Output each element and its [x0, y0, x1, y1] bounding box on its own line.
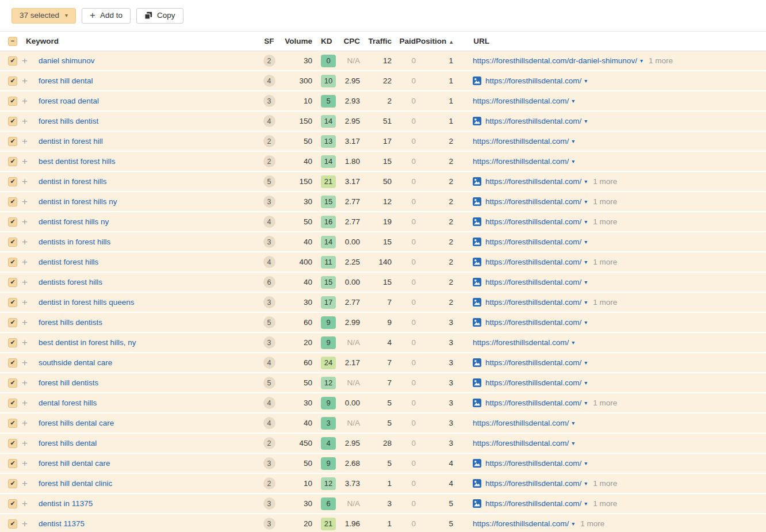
select-all-checkbox[interactable]: −	[8, 37, 17, 46]
keyword-link[interactable]: forest hills dentists	[39, 318, 102, 327]
row-checkbox[interactable]: ✔	[8, 278, 17, 287]
row-checkbox[interactable]: ✔	[8, 217, 17, 227]
keyword-link[interactable]: dentist 11375	[39, 519, 85, 528]
url-link[interactable]: https://foresthillsdental.com/	[473, 419, 569, 427]
serp-features-badge[interactable]: 4	[263, 115, 275, 127]
keyword-link[interactable]: forest hill dental clinic	[39, 479, 112, 488]
add-keyword-icon[interactable]: +	[22, 458, 36, 469]
more-urls-label[interactable]: 1 more	[593, 258, 617, 266]
url-link[interactable]: https://foresthillsdental.com/	[473, 519, 569, 528]
serp-features-badge[interactable]: 3	[263, 518, 275, 530]
more-urls-label[interactable]: 1 more	[593, 499, 617, 508]
keyword-link[interactable]: southside dental care	[39, 358, 112, 367]
serp-features-badge[interactable]: 2	[263, 477, 275, 489]
url-dropdown-icon[interactable]: ▾	[584, 500, 587, 507]
row-checkbox[interactable]: ✔	[8, 399, 17, 408]
url-dropdown-icon[interactable]: ▾	[584, 299, 587, 305]
url-dropdown-icon[interactable]: ▾	[584, 178, 587, 185]
row-checkbox[interactable]: ✔	[8, 56, 17, 66]
add-keyword-icon[interactable]: +	[22, 377, 36, 389]
row-checkbox[interactable]: ✔	[8, 298, 17, 307]
add-keyword-icon[interactable]: +	[22, 297, 36, 308]
url-link[interactable]: https://foresthillsdental.com/	[485, 278, 581, 286]
column-header-position[interactable]: Position▲	[416, 37, 454, 45]
keyword-link[interactable]: dentist in 11375	[39, 499, 93, 508]
keyword-link[interactable]: dentists in forest hills	[39, 238, 110, 246]
add-keyword-icon[interactable]: +	[22, 156, 36, 167]
keyword-link[interactable]: dentist in forest hills queens	[39, 298, 135, 307]
more-urls-label[interactable]: 1 more	[593, 298, 617, 307]
row-checkbox[interactable]: ✔	[8, 197, 17, 206]
keyword-link[interactable]: forest hill dentists	[39, 378, 98, 387]
url-link[interactable]: https://foresthillsdental.com/	[485, 378, 581, 387]
serp-features-badge[interactable]: 4	[263, 417, 275, 429]
serp-features-badge[interactable]: 3	[263, 296, 275, 308]
add-keyword-icon[interactable]: +	[22, 116, 36, 127]
url-dropdown-icon[interactable]: ▾	[584, 259, 587, 265]
serp-features-badge[interactable]: 4	[263, 75, 275, 87]
row-checkbox[interactable]: ✔	[8, 117, 17, 126]
keyword-link[interactable]: forest hill dental	[39, 76, 93, 85]
column-header-kd[interactable]: KD	[312, 37, 339, 45]
serp-features-badge[interactable]: 3	[263, 457, 275, 469]
url-link[interactable]: https://foresthillsdental.com/	[485, 258, 581, 266]
keyword-link[interactable]: dentist forest hills	[39, 258, 98, 266]
add-keyword-icon[interactable]: +	[22, 136, 36, 147]
column-header-sf[interactable]: SF	[257, 37, 281, 45]
row-checkbox[interactable]: ✔	[8, 157, 17, 166]
url-dropdown-icon[interactable]: ▾	[584, 359, 587, 366]
keyword-link[interactable]: forest hills dentist	[39, 117, 98, 125]
add-keyword-icon[interactable]: +	[22, 216, 36, 228]
keyword-link[interactable]: dentist in forest hills	[39, 177, 107, 186]
row-checkbox[interactable]: ✔	[8, 76, 17, 86]
url-link[interactable]: https://foresthillsdental.com/	[473, 157, 569, 166]
add-keyword-icon[interactable]: +	[22, 357, 36, 369]
serp-features-badge[interactable]: 5	[263, 377, 275, 389]
url-link[interactable]: https://foresthillsdental.com/	[485, 298, 581, 307]
row-checkbox[interactable]: ✔	[8, 238, 17, 247]
serp-features-badge[interactable]: 6	[263, 276, 275, 288]
add-keyword-icon[interactable]: +	[22, 438, 36, 449]
url-dropdown-icon[interactable]: ▾	[640, 58, 643, 64]
more-urls-label[interactable]: 1 more	[580, 519, 604, 528]
url-dropdown-icon[interactable]: ▾	[584, 380, 587, 386]
row-checkbox[interactable]: ✔	[8, 97, 17, 106]
add-keyword-icon[interactable]: +	[22, 498, 36, 510]
serp-features-badge[interactable]: 4	[263, 397, 275, 409]
add-keyword-icon[interactable]: +	[22, 337, 36, 349]
column-header-paid[interactable]: Paid	[392, 37, 416, 45]
add-keyword-icon[interactable]: +	[22, 518, 36, 530]
serp-features-badge[interactable]: 5	[263, 316, 275, 328]
url-link[interactable]: https://foresthillsdental.com/	[485, 499, 581, 508]
serp-features-badge[interactable]: 3	[263, 95, 275, 107]
add-keyword-icon[interactable]: +	[22, 95, 36, 107]
url-link[interactable]: https://foresthillsdental.com/	[485, 197, 581, 206]
url-dropdown-icon[interactable]: ▾	[572, 520, 574, 527]
add-to-button[interactable]: + Add to	[82, 8, 131, 24]
url-link[interactable]: https://foresthillsdental.com/	[485, 117, 581, 125]
url-dropdown-icon[interactable]: ▾	[584, 239, 587, 245]
url-link[interactable]: https://foresthillsdental.com/	[485, 76, 581, 85]
serp-features-badge[interactable]: 2	[263, 437, 275, 449]
add-keyword-icon[interactable]: +	[22, 236, 36, 248]
row-checkbox[interactable]: ✔	[8, 419, 17, 428]
serp-features-badge[interactable]: 3	[263, 196, 275, 208]
row-checkbox[interactable]: ✔	[8, 177, 17, 186]
keyword-link[interactable]: daniel shimunov	[39, 56, 95, 65]
serp-features-badge[interactable]: 3	[263, 497, 275, 510]
url-dropdown-icon[interactable]: ▾	[584, 118, 587, 124]
keyword-link[interactable]: forest hills dental	[39, 439, 97, 447]
add-keyword-icon[interactable]: +	[22, 397, 36, 409]
row-checkbox[interactable]: ✔	[8, 137, 17, 146]
url-dropdown-icon[interactable]: ▾	[584, 319, 587, 326]
serp-features-badge[interactable]: 4	[263, 357, 275, 369]
serp-features-badge[interactable]: 4	[263, 256, 275, 268]
url-dropdown-icon[interactable]: ▾	[572, 98, 574, 104]
serp-features-badge[interactable]: 2	[263, 135, 275, 147]
add-keyword-icon[interactable]: +	[22, 418, 36, 429]
url-link[interactable]: https://foresthillsdental.com/	[485, 479, 581, 488]
add-keyword-icon[interactable]: +	[22, 75, 36, 87]
url-link[interactable]: https://foresthillsdental.com/	[485, 217, 581, 226]
row-checkbox[interactable]: ✔	[8, 358, 17, 368]
column-header-keyword[interactable]: Keyword	[22, 37, 257, 45]
